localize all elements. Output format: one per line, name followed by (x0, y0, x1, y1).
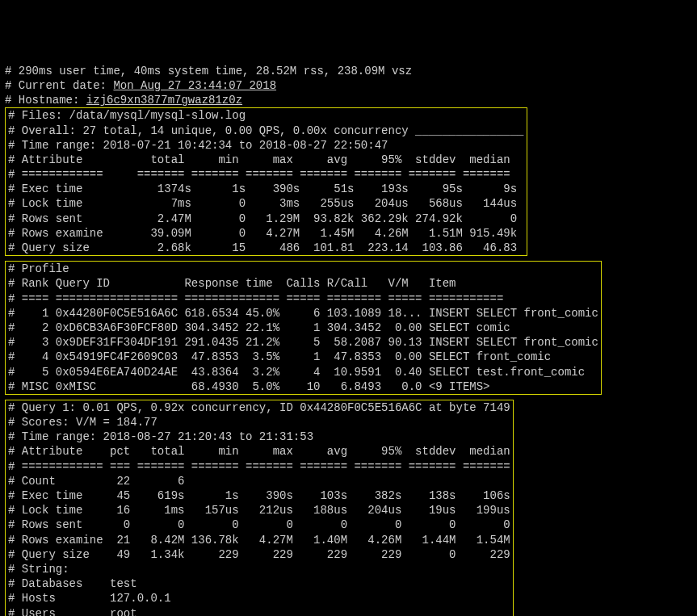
exec-time-row: # Exec time 1374s 1s 390s 51s 193s 95s 9… (6, 182, 527, 196)
overall-stats-box: # Files: /data/mysql/mysql-slow.log# Ove… (5, 107, 527, 256)
profile-sep: # ==== ================== ==============… (6, 291, 601, 306)
q-attr-header: # Attribute pct total min max avg 95% st… (6, 444, 513, 459)
query-detail-box: # Query 1: 0.01 QPS, 0.92x concurrency, … (5, 400, 514, 616)
terminal-output: # 290ms user time, 40ms system time, 28.… (5, 49, 692, 616)
query1-header: # Query 1: 0.01 QPS, 0.92x concurrency, … (6, 400, 513, 415)
hostname-value: izj6c9xn3877m7gwaz81z0z (86, 94, 242, 107)
rows-examine-row: # Rows examine 39.09M 0 4.27M 1.45M 4.26… (6, 226, 527, 241)
q-databases-row: # Databases test (6, 576, 513, 591)
timerange-line: # Time range: 2018-07-21 10:42:34 to 201… (6, 138, 527, 153)
scores-line: # Scores: V/M = 184.77 (6, 415, 513, 430)
rank-5-row: # 5 0x0594E6EA740D24AE 43.8364 3.2% 4 10… (6, 365, 601, 379)
date-value: Mon Aug 27 23:44:07 2018 (113, 79, 276, 92)
hostname-line: # Hostname: izj6c9xn3877m7gwaz81z0z (5, 94, 242, 107)
date-line: # Current date: Mon Aug 27 23:44:07 2018 (5, 79, 276, 92)
attr-sep: # ============ ======= ======= ======= =… (6, 167, 527, 182)
q-timerange-line: # Time range: 2018-08-27 21:20:43 to 21:… (6, 430, 513, 444)
q-query-size-row: # Query size 49 1.34k 229 229 229 229 0 … (6, 547, 513, 562)
q-exec-row: # Exec time 45 619s 1s 390s 103s 382s 13… (6, 488, 513, 503)
attr-header: # Attribute total min max avg 95% stddev… (6, 153, 527, 167)
rank-4-row: # 4 0x54919FC4F2609C03 47.8353 3.5% 1 47… (6, 350, 601, 364)
rank-2-row: # 2 0xD6CB3A6F30FCF80D 304.3452 22.1% 1 … (6, 321, 601, 335)
q-attr-sep: # ============ === ======= ======= =====… (6, 459, 513, 474)
q-hosts-row: # Hosts 127.0.0.1 (6, 591, 513, 606)
overall-line: # Overall: 27 total, 14 unique, 0.00 QPS… (6, 124, 527, 138)
profile-box: # Profile# Rank Query ID Response time C… (5, 261, 602, 395)
lock-time-row: # Lock time 7ms 0 3ms 255us 204us 568us … (6, 196, 527, 211)
rank-3-row: # 3 0x9DEF31FF304DF191 291.0435 21.2% 5 … (6, 335, 601, 350)
q-string-row: # String: (6, 562, 513, 576)
rows-sent-row: # Rows sent 2.47M 0 1.29M 93.82k 362.29k… (6, 212, 527, 226)
q-rows-sent-row: # Rows sent 0 0 0 0 0 0 0 0 (6, 518, 513, 532)
q-users-row: # Users root (6, 606, 513, 617)
rank-misc-row: # MISC 0xMISC 68.4930 5.0% 10 6.8493 0.0… (6, 379, 601, 394)
profile-cols: # Rank Query ID Response time Calls R/Ca… (6, 276, 601, 291)
perf-line: # 290ms user time, 40ms system time, 28.… (5, 65, 412, 78)
rank-1-row: # 1 0x44280F0C5E516A6C 618.6534 45.0% 6 … (6, 306, 601, 321)
q-lock-row: # Lock time 16 1ms 157us 212us 188us 204… (6, 503, 513, 518)
q-rows-examine-row: # Rows examine 21 8.42M 136.78k 4.27M 1.… (6, 533, 513, 547)
files-line: # Files: /data/mysql/mysql-slow.log (6, 108, 527, 123)
query-size-row: # Query size 2.68k 15 486 101.81 223.14 … (6, 241, 527, 255)
q-count-row: # Count 22 6 (6, 474, 513, 488)
profile-header: # Profile (6, 262, 601, 276)
